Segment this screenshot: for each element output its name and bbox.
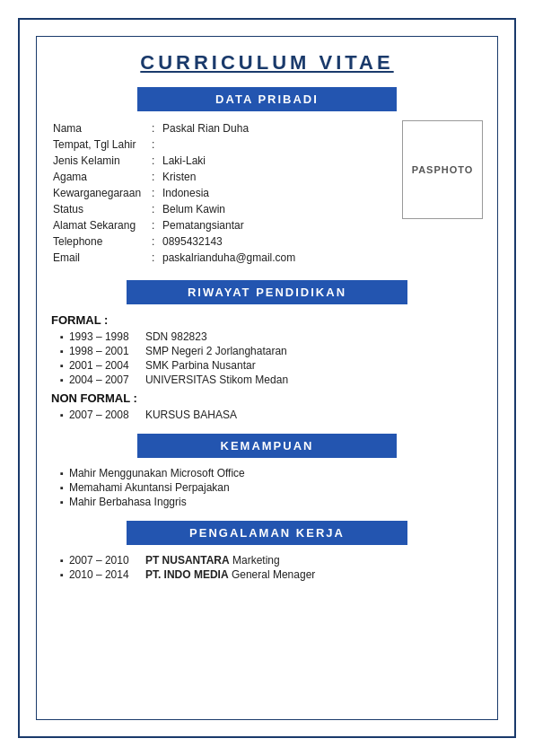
exp-year: 2010 – 2014 bbox=[69, 568, 145, 581]
kemampuan-header: KEMAMPUAN bbox=[137, 434, 397, 458]
field-value: Belum Kawin bbox=[161, 201, 393, 217]
table-row: Telephone : 0895432143 bbox=[51, 233, 393, 250]
table-row: Agama : Kristen bbox=[51, 169, 393, 185]
edu-school: SMP Negeri 2 Jorlanghataran bbox=[145, 345, 287, 357]
list-item: 2007 – 2008KURSUS BAHASA bbox=[60, 409, 483, 421]
field-colon: : bbox=[150, 136, 161, 153]
list-item: Mahir Menggunakan Microsoft Office bbox=[60, 467, 483, 479]
edu-school: UNIVERSITAS Stikom Medan bbox=[145, 374, 288, 386]
riwayat-pendidikan-section: RIWAYAT PENDIDIKAN FORMAL : 1993 – 1998S… bbox=[51, 280, 483, 421]
field-label: Agama bbox=[51, 169, 150, 185]
list-item: 1993 – 1998SDN 982823 bbox=[60, 330, 483, 343]
list-item: Mahir Berbahasa Inggris bbox=[60, 496, 483, 508]
field-value: Pematangsiantar bbox=[161, 217, 393, 233]
field-colon: : bbox=[150, 217, 161, 233]
table-row: Tempat, Tgl Lahir : bbox=[51, 136, 393, 153]
exp-detail: PT NUSANTARA Marketing bbox=[145, 554, 280, 567]
exp-detail: PT. INDO MEDIA General Menager bbox=[145, 568, 315, 581]
field-label: Status bbox=[51, 201, 150, 217]
field-colon: : bbox=[150, 169, 161, 185]
field-value: 0895432143 bbox=[161, 233, 393, 250]
field-colon: : bbox=[150, 153, 161, 169]
exp-company: PT NUSANTARA bbox=[145, 554, 230, 567]
exp-company: PT. INDO MEDIA bbox=[145, 568, 229, 581]
field-label: Telephone bbox=[51, 233, 150, 250]
field-colon: : bbox=[150, 233, 161, 250]
data-pribadi-section: DATA PRIBADI Nama : Paskal Rian Duha Tem… bbox=[51, 87, 483, 266]
inner-border: CURRICULUM VITAE DATA PRIBADI Nama : Pas… bbox=[36, 36, 498, 720]
field-label: Email bbox=[51, 250, 150, 266]
list-item: Memahami Akuntansi Perpajakan bbox=[60, 481, 483, 494]
field-label: Alamat Sekarang bbox=[51, 217, 150, 233]
field-label: Kewarganegaraan bbox=[51, 185, 150, 201]
table-row: Kewarganegaraan : Indonesia bbox=[51, 185, 393, 201]
pengalaman-kerja-section: PENGALAMAN KERJA 2007 – 2010PT NUSANTARA… bbox=[51, 521, 483, 581]
page-title: CURRICULUM VITAE bbox=[51, 51, 483, 75]
field-value: paskalrianduha@gmail.com bbox=[161, 250, 393, 266]
page: CURRICULUM VITAE DATA PRIBADI Nama : Pas… bbox=[0, 0, 534, 756]
field-value: Laki-Laki bbox=[161, 153, 393, 169]
list-item: 2010 – 2014PT. INDO MEDIA General Menage… bbox=[60, 568, 483, 581]
table-row: Alamat Sekarang : Pematangsiantar bbox=[51, 217, 393, 233]
table-row: Nama : Paskal Rian Duha bbox=[51, 120, 393, 136]
data-pribadi-header: DATA PRIBADI bbox=[137, 87, 397, 111]
field-label: Nama bbox=[51, 120, 150, 136]
field-value: Kristen bbox=[161, 169, 393, 185]
pengalaman-list: 2007 – 2010PT NUSANTARA Marketing2010 – … bbox=[51, 554, 483, 581]
kemampuan-section: KEMAMPUAN Mahir Menggunakan Microsoft Of… bbox=[51, 434, 483, 508]
edu-year: 1993 – 1998 bbox=[69, 330, 145, 343]
formal-education-list: 1993 – 1998SDN 9828231998 – 2001SMP Nege… bbox=[51, 330, 483, 386]
field-label: Tempat, Tgl Lahir bbox=[51, 136, 150, 153]
list-item: 1998 – 2001SMP Negeri 2 Jorlanghataran bbox=[60, 345, 483, 357]
field-colon: : bbox=[150, 201, 161, 217]
data-pribadi-table: Nama : Paskal Rian Duha Tempat, Tgl Lahi… bbox=[51, 120, 393, 266]
outer-border: CURRICULUM VITAE DATA PRIBADI Nama : Pas… bbox=[18, 18, 516, 738]
field-value: Indonesia bbox=[161, 185, 393, 201]
pengalaman-kerja-header: PENGALAMAN KERJA bbox=[127, 521, 407, 545]
kemampuan-list: Mahir Menggunakan Microsoft OfficeMemaha… bbox=[51, 467, 483, 508]
table-row: Status : Belum Kawin bbox=[51, 201, 393, 217]
pasphoto-box: PASPHOTO bbox=[402, 120, 483, 219]
data-pribadi-content: Nama : Paskal Rian Duha Tempat, Tgl Lahi… bbox=[51, 120, 483, 266]
field-label: Jenis Kelamin bbox=[51, 153, 150, 169]
riwayat-pendidikan-header: RIWAYAT PENDIDIKAN bbox=[127, 280, 407, 304]
non-formal-label: NON FORMAL : bbox=[51, 391, 483, 405]
edu-school: SDN 982823 bbox=[145, 330, 207, 343]
field-value: Paskal Rian Duha bbox=[161, 120, 393, 136]
field-colon: : bbox=[150, 120, 161, 136]
edu-school: KURSUS BAHASA bbox=[145, 409, 237, 421]
list-item: 2007 – 2010PT NUSANTARA Marketing bbox=[60, 554, 483, 567]
edu-year: 2007 – 2008 bbox=[69, 409, 145, 421]
list-item: 2004 – 2007UNIVERSITAS Stikom Medan bbox=[60, 374, 483, 386]
formal-label: FORMAL : bbox=[51, 313, 483, 327]
edu-year: 2004 – 2007 bbox=[69, 374, 145, 386]
edu-school: SMK Parbina Nusantar bbox=[145, 359, 256, 372]
edu-year: 2001 – 2004 bbox=[69, 359, 145, 372]
field-colon: : bbox=[150, 250, 161, 266]
edu-year: 1998 – 2001 bbox=[69, 345, 145, 357]
table-row: Email : paskalrianduha@gmail.com bbox=[51, 250, 393, 266]
field-value bbox=[161, 136, 393, 153]
field-colon: : bbox=[150, 185, 161, 201]
exp-year: 2007 – 2010 bbox=[69, 554, 145, 567]
non-formal-education-list: 2007 – 2008KURSUS BAHASA bbox=[51, 409, 483, 421]
list-item: 2001 – 2004SMK Parbina Nusantar bbox=[60, 359, 483, 372]
table-row: Jenis Kelamin : Laki-Laki bbox=[51, 153, 393, 169]
